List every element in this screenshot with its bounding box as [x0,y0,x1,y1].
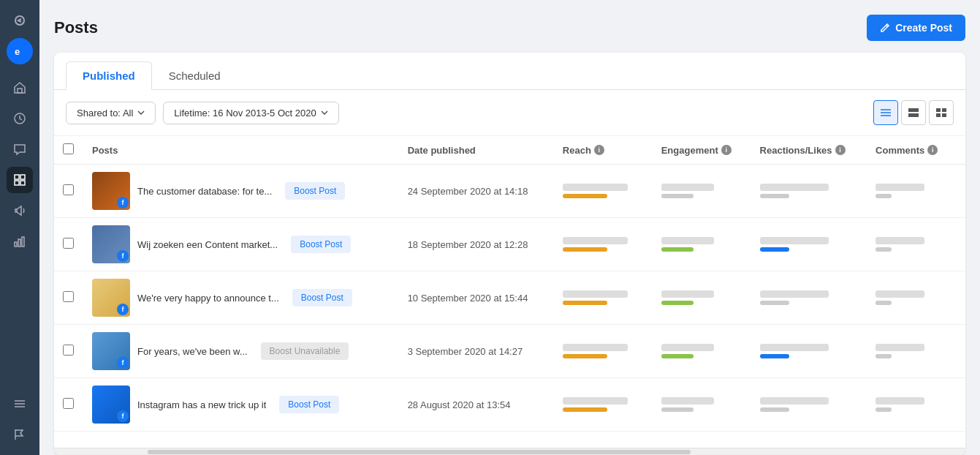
menu-lines-icon[interactable] [7,391,33,417]
reach-col-header: Reach i [554,136,653,165]
reactions-cell-5 [751,378,867,432]
post-thumbnail-1: f [92,172,130,210]
comments-cell-4 [867,325,965,378]
row-checkbox-2[interactable] [63,238,74,249]
shared-to-label: Shared to: All [77,108,133,119]
back-icon[interactable] [7,7,33,34]
grid-view-button[interactable] [929,100,954,125]
engagement-cell-2 [653,218,751,271]
create-post-icon [880,23,890,33]
post-thumbnail-5: f [92,386,130,424]
flag-icon[interactable] [7,421,33,448]
main-content: Posts Create Post Published Scheduled Sh… [39,0,980,455]
date-cell-2: 18 September 2020 at 12:28 [399,218,554,271]
reach-cell-5 [554,378,653,432]
compact-view-button[interactable] [901,100,926,125]
brand-icon[interactable]: e [7,38,33,64]
comments-cell-3 [867,271,965,325]
date-cell-1: 24 September 2020 at 14:18 [399,165,554,218]
page-title: Posts [54,18,98,37]
posts-nav-icon[interactable] [7,167,33,193]
boost-button-5[interactable]: Boost Post [279,396,339,413]
boost-button-2[interactable]: Boost Post [291,236,351,253]
svg-rect-5 [20,175,25,179]
view-toggle [873,100,954,125]
facebook-badge-1: f [117,197,129,208]
filters-row: Shared to: All Lifetime: 16 Nov 2013-5 O… [54,90,965,136]
post-text-3: We're very happy to announce t... [137,293,279,304]
home-icon[interactable] [7,75,33,101]
row-checkbox-cell [54,378,83,432]
post-cell-4: f For years, we've been w... Boost Unava… [83,325,399,378]
lifetime-chevron [321,110,328,115]
table-row: f Instagram has a new trick up it Boost … [54,378,965,432]
facebook-badge-4: f [117,357,129,369]
row-checkbox-4[interactable] [63,345,74,356]
post-thumbnail-3: f [92,279,130,317]
shared-to-chevron [137,110,145,115]
tab-scheduled[interactable]: Scheduled [152,61,238,90]
horizontal-scrollbar[interactable] [54,448,965,455]
facebook-badge-5: f [117,410,129,422]
engagement-cell-4 [653,325,751,378]
select-all-checkbox[interactable] [63,143,74,154]
page-header: Posts Create Post [54,15,965,41]
shared-to-filter[interactable]: Shared to: All [66,102,156,124]
svg-rect-2 [18,89,22,93]
row-checkbox-cell [54,325,83,378]
boost-button-1[interactable]: Boost Post [285,182,345,200]
comments-info-icon[interactable]: i [927,145,938,155]
row-checkbox-cell [54,165,83,218]
facebook-badge-3: f [117,304,129,315]
table-row: f The customer database: for te... Boost… [54,165,965,218]
post-thumbnail-4: f [92,332,130,370]
chat-icon[interactable] [7,136,33,162]
date-col-header: Date published [399,136,554,165]
post-cell-1: f The customer database: for te... Boost… [83,165,399,218]
svg-rect-18 [908,113,919,117]
grid-view-icon [936,108,946,117]
svg-rect-8 [15,242,17,247]
date-cell-4: 3 September 2020 at 14:27 [399,325,554,378]
engagement-info-icon[interactable]: i [721,145,732,155]
reach-cell-4 [554,325,653,378]
create-post-label: Create Post [895,22,952,34]
table-row: f For years, we've been w... Boost Unava… [54,325,965,378]
svg-rect-20 [942,108,946,112]
engagement-cell-3 [653,271,751,325]
post-thumbnail-2: f [92,225,130,263]
reach-info-icon[interactable]: i [594,145,604,155]
lifetime-filter[interactable]: Lifetime: 16 Nov 2013-5 Oct 2020 [163,102,338,124]
clock-icon[interactable] [7,105,33,132]
boost-button-4: Boost Unavailable [261,342,349,360]
table-row: f Wij zoeken een Content market... Boost… [54,218,965,271]
row-checkbox-cell [54,271,83,325]
row-checkbox-3[interactable] [63,291,74,302]
svg-rect-19 [936,108,941,112]
list-view-button[interactable] [873,100,898,125]
tab-published[interactable]: Published [66,61,152,90]
engagement-cell-5 [653,378,751,432]
reactions-info-icon[interactable]: i [835,145,846,155]
svg-rect-4 [15,175,19,179]
svg-rect-21 [936,113,941,117]
create-post-button[interactable]: Create Post [867,15,965,41]
scrollbar-thumb [148,450,691,454]
svg-rect-10 [22,237,24,247]
row-checkbox-1[interactable] [63,184,74,195]
post-cell-5: f Instagram has a new trick up it Boost … [83,378,399,432]
row-checkbox-cell [54,218,83,271]
svg-rect-6 [15,181,19,185]
svg-text:e: e [15,46,20,57]
row-checkbox-5[interactable] [63,398,74,409]
chart-icon[interactable] [7,228,33,255]
posts-table-wrap[interactable]: Posts Date published Reach i [54,136,965,448]
post-cell-3: f We're very happy to announce t... Boos… [83,271,399,325]
boost-button-3[interactable]: Boost Post [292,289,352,307]
megaphone-icon[interactable] [7,198,33,224]
post-cell-2: f Wij zoeken een Content market... Boost… [83,218,399,271]
facebook-badge-2: f [117,250,129,262]
tabs-row: Published Scheduled [54,53,965,90]
lifetime-label: Lifetime: 16 Nov 2013-5 Oct 2020 [174,108,316,119]
post-text-4: For years, we've been w... [137,346,248,357]
